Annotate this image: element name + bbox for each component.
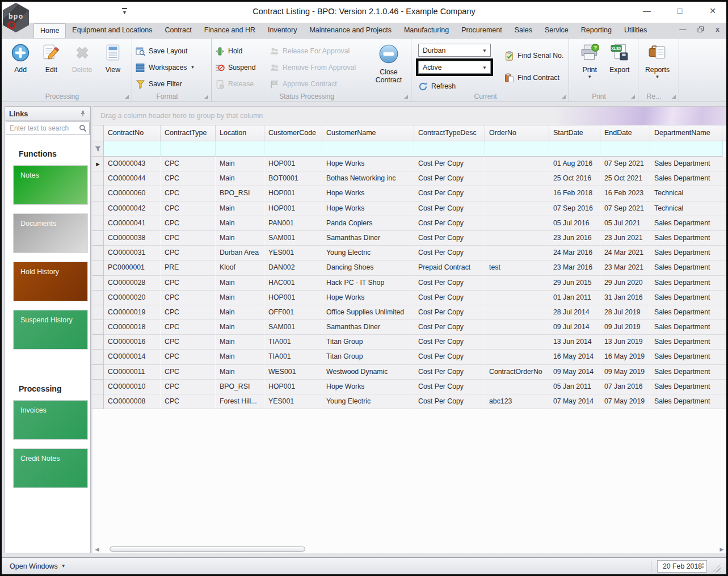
grid-cell[interactable]	[485, 157, 549, 171]
grid-cell[interactable]: SAM001	[264, 231, 322, 246]
grid-cell[interactable]: 07 Sep 2021	[600, 157, 650, 171]
grid-cell[interactable]: HOP001	[264, 380, 322, 394]
grid-cell[interactable]: Sales Department	[650, 157, 722, 171]
grid-cell[interactable]: 16 Feb 2023	[600, 186, 650, 201]
scroll-right-icon[interactable]: ▶	[718, 546, 725, 552]
grid-cell[interactable]: Hope Works	[322, 380, 414, 394]
filter-cell[interactable]	[485, 141, 549, 157]
close-contract-button[interactable]: Close Contract	[371, 41, 407, 89]
grid-cell[interactable]: Sales Department	[650, 291, 722, 305]
grid-cell[interactable]: Panda Copiers	[322, 216, 414, 231]
save-layout-button[interactable]: Save Layout	[136, 44, 195, 58]
grid-cell[interactable]: CO0000010	[104, 380, 161, 394]
grid-cell[interactable]: CO0000011	[104, 365, 161, 380]
tab-manufacturing[interactable]: Manufacturing	[398, 23, 455, 38]
grid-cell[interactable]: 25 Oct 2016	[549, 171, 600, 186]
grid-cell[interactable]: Young Electric	[322, 394, 414, 409]
mdi-minimize-button[interactable]: —	[679, 26, 686, 33]
grid-cell[interactable]: BPO_RSI	[216, 186, 264, 201]
grid-cell[interactable]: 01 Aug 2016	[549, 157, 600, 171]
grid-cell[interactable]: Cost Per Copy	[414, 216, 485, 231]
grid-cell[interactable]: Hope Works	[322, 291, 414, 305]
grid-cell[interactable]: HOP001	[264, 291, 322, 305]
grid-cell[interactable]: 09 May 2014	[549, 365, 600, 380]
grid-cell[interactable]: PC0000001	[104, 260, 161, 275]
grid-cell[interactable]: Technical	[650, 201, 722, 216]
grid-cell[interactable]: Cost Per Copy	[414, 350, 485, 364]
tab-utilities[interactable]: Utilities	[618, 23, 653, 38]
grid-cell[interactable]: 16 May 2014	[549, 350, 600, 364]
refresh-button[interactable]: Refresh	[418, 79, 504, 94]
table-row[interactable]: CO0000042CPCMainHOP001Hope WorksCost Per…	[92, 201, 726, 216]
grid-cell[interactable]: WES001	[264, 365, 322, 380]
grid-cell[interactable]: 13 Jun 2014	[549, 335, 600, 350]
grid-cell[interactable]: 24 Mar 2021	[600, 246, 650, 260]
tab-equipment-and-locations[interactable]: Equipment and Locations	[66, 23, 158, 38]
dialog-launcher-icon[interactable]	[125, 95, 129, 99]
grid-cell[interactable]: 07 Sep 2021	[600, 201, 650, 216]
grid-cell[interactable]: Sales Department	[650, 365, 722, 380]
grid-cell[interactable]: Hope Works	[322, 157, 414, 171]
grid-cell[interactable]: Hope Works	[322, 186, 414, 201]
dialog-launcher-icon[interactable]	[672, 95, 676, 99]
table-row[interactable]: CO0000041CPCMainPAN001Panda CopiersCost …	[92, 216, 726, 231]
grid-cell[interactable]	[485, 246, 549, 260]
remove-from-approval-button[interactable]: Remove From Approval	[270, 60, 371, 75]
tab-service[interactable]: Service	[538, 23, 575, 38]
grid-cell[interactable]: 07 Sep 2016	[549, 201, 600, 216]
grid-cell[interactable]: 09 Jul 2014	[549, 320, 600, 335]
grid-cell[interactable]: Cost Per Copy	[414, 394, 485, 409]
grid-cell[interactable]	[485, 171, 549, 186]
grid-cell[interactable]: SAM001	[264, 320, 322, 335]
table-row[interactable]: CO0000038CPCMainSAM001Samanthas DinerCos…	[92, 231, 726, 246]
grid-cell[interactable]: Cost Per Copy	[414, 276, 485, 291]
grid-cell[interactable]: CO0000044	[104, 171, 161, 186]
grid-cell[interactable]: BPO_RSI	[216, 380, 264, 394]
grid-cell[interactable]: Main	[216, 276, 264, 291]
grid-cell[interactable]: 01 Jan 2011	[549, 291, 600, 305]
grid-cell[interactable]: 07 May 2019	[600, 394, 650, 409]
grid-cell[interactable]: ContractOrderNo	[485, 365, 549, 380]
grid-cell[interactable]: CO0000016	[104, 335, 161, 350]
grid-cell[interactable]: HOP001	[264, 201, 322, 216]
grid-cell[interactable]: Sales Department	[650, 320, 722, 335]
tab-inventory[interactable]: Inventory	[262, 23, 303, 38]
grid-cell[interactable]: CPC	[161, 231, 216, 246]
grid-cell[interactable]: HOP001	[264, 186, 322, 201]
table-row[interactable]: CO0000031CPCDurban AreaYES001Young Elect…	[92, 246, 726, 260]
release-button[interactable]: Release	[215, 77, 270, 91]
grid-cell[interactable]: CPC	[161, 216, 216, 231]
grid-cell[interactable]: 07 Jan 2016	[600, 380, 650, 394]
grid-cell[interactable]: TIA001	[264, 335, 322, 350]
grid-cell[interactable]: abc123	[485, 394, 549, 409]
grid-cell[interactable]: Hack PC - IT Shop	[322, 276, 414, 291]
grid-cell[interactable]: Cost Per Copy	[414, 365, 485, 380]
grid-cell[interactable]: 09 May 2019	[600, 365, 650, 380]
grid-cell[interactable]: Cost Per Copy	[414, 201, 485, 216]
tab-sales[interactable]: Sales	[508, 23, 538, 38]
grid-cell[interactable]	[485, 216, 549, 231]
filter-cell[interactable]	[322, 141, 414, 157]
grid-cell[interactable]: 16 May 2019	[600, 350, 650, 364]
grid-cell[interactable]: Young Electric	[322, 246, 414, 260]
date-picker[interactable]: 20 Feb 2018 ▲▼	[657, 560, 707, 573]
grid-cell[interactable]: Samanthas Diner	[322, 231, 414, 246]
grid-cell[interactable]: CO0000031	[104, 246, 161, 260]
grid-cell[interactable]: 29 Jun 2015	[549, 276, 600, 291]
open-windows-button[interactable]: Open Windows ▼	[10, 562, 66, 570]
grid-cell[interactable]: Durban Area	[216, 246, 264, 260]
table-row[interactable]: CO0000008CPCForest Hill...YES001Young El…	[92, 394, 726, 409]
grid-cell[interactable]: Cost Per Copy	[414, 157, 485, 171]
grid-cell[interactable]: Sales Department	[650, 171, 722, 186]
add-button[interactable]: Add	[5, 41, 36, 89]
dialog-launcher-icon[interactable]	[404, 95, 408, 99]
grid-cell[interactable]: CPC	[161, 350, 216, 364]
grid-cell[interactable]	[485, 186, 549, 201]
grid-cell[interactable]: CPC	[161, 276, 216, 291]
table-row[interactable]: CO0000011CPCMainWES001Westwood DynamicCo…	[92, 365, 726, 380]
grid-cell[interactable]: CPC	[161, 305, 216, 320]
grid-cell[interactable]: Westwood Dynamic	[322, 365, 414, 380]
scrollbar-thumb[interactable]	[110, 546, 305, 552]
workspaces-button[interactable]: Workspaces ▼	[136, 60, 195, 75]
grid-cell[interactable]: CPC	[161, 246, 216, 260]
